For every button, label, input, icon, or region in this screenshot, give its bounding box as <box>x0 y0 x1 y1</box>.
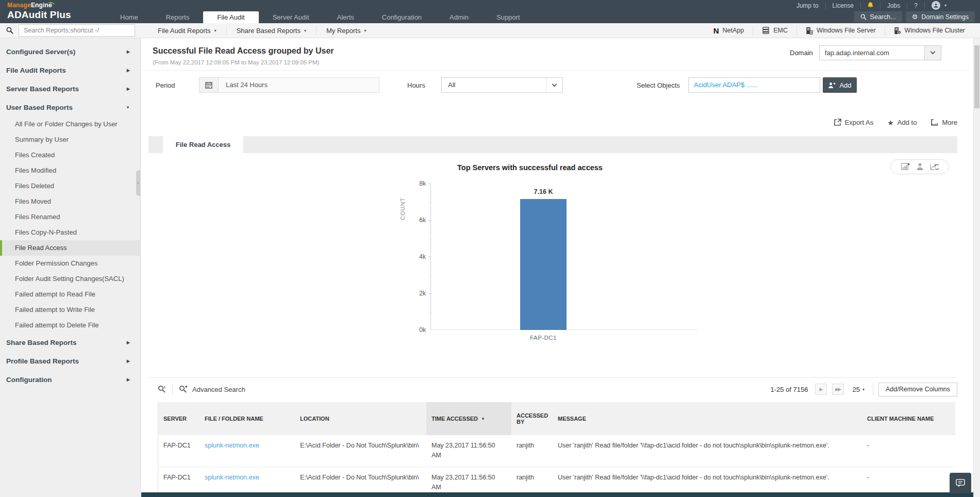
file-link[interactable]: splunk-netmon.exe <box>205 442 259 449</box>
y-axis-label: COUNT <box>399 185 406 233</box>
nav-support[interactable]: Support <box>483 11 534 23</box>
advanced-search-button[interactable]: Advanced Search <box>179 385 245 393</box>
sidebar-item-file-read-access[interactable]: File Read Access <box>0 240 140 256</box>
column-header-accessed-by[interactable]: ACCESSED BY <box>511 402 553 435</box>
license-link[interactable]: License <box>825 2 860 9</box>
last-page-button[interactable]: ▶▶ <box>832 384 844 395</box>
sidebar-collapse-handle[interactable]: ‹ <box>136 170 140 196</box>
sidebar-section-server-based-reports[interactable]: Server Based Reports▶ <box>0 79 140 98</box>
brand-logo[interactable]: ManageEngine ADAudit Plus <box>7 2 71 20</box>
sidebar-item-failed-write[interactable]: Failed attempt to Write File <box>0 302 140 318</box>
add-remove-columns-button[interactable]: Add/Remove Columns <box>878 383 957 396</box>
user-menu[interactable]: ▾ <box>924 2 953 9</box>
sidebar-item-folder-permission-changes[interactable]: Folder Permission Changes <box>0 256 140 271</box>
feedback-chat-button[interactable] <box>950 473 971 493</box>
sidebar-item-files-modified[interactable]: Files Modified <box>0 163 140 178</box>
column-header-location[interactable]: LOCATION <box>295 402 426 435</box>
add-to-button[interactable]: ★ Add to <box>887 119 917 126</box>
nav-server-audit[interactable]: Server Audit <box>259 11 323 23</box>
sort-descending-icon: ▼ <box>481 417 485 421</box>
sidebar-item-files-renamed[interactable]: Files Renamed <box>0 209 140 225</box>
column-header-server[interactable]: SERVER <box>158 402 200 435</box>
search-icon <box>6 27 13 34</box>
domain-selector: Domain fap.adap.internal.com <box>790 45 941 60</box>
sidebar-section-configured-servers[interactable]: Configured Server(s)▶ <box>0 42 140 61</box>
next-icon: ▶ <box>819 387 823 392</box>
sidebar-item-folder-audit-setting-changes[interactable]: Folder Audit Setting Changes(SACL) <box>0 271 140 287</box>
nav-alerts[interactable]: Alerts <box>323 11 368 23</box>
sidebar-item-files-copy-n-pasted[interactable]: Files Copy-N-Pasted <box>0 225 140 240</box>
column-header-time-accessed[interactable]: TIME ACCESSED▼ <box>426 402 511 435</box>
select-objects-input[interactable]: AcidUser ADAP$ ...... <box>688 77 820 93</box>
windows-file-cluster-link[interactable]: Windows File Cluster <box>885 26 974 35</box>
x-category-label: FAP-DC1 <box>520 335 567 341</box>
sidebar-section-profile-based-reports[interactable]: Profile Based Reports▶ <box>0 352 140 370</box>
hours-select[interactable]: All <box>441 77 563 93</box>
report-search-input[interactable] <box>19 24 135 37</box>
sidebar-section-share-based-reports[interactable]: Share Based Reports▶ <box>0 333 140 352</box>
user-icon <box>933 3 939 8</box>
quick-search-button[interactable] <box>158 385 166 393</box>
chart-plot: 8k 6k 4k 2k 0k 7.16 K FAP-DC1 <box>430 184 656 330</box>
notifications-button[interactable] <box>860 2 880 9</box>
file-link[interactable]: splunk-netmon.exe <box>205 474 259 481</box>
sidebar-section-configuration[interactable]: Configuration▶ <box>0 370 140 389</box>
sidebar-item-files-deleted[interactable]: Files Deleted <box>0 178 140 194</box>
emc-link[interactable]: EMC <box>753 26 796 35</box>
domain-dropdown-button[interactable] <box>925 45 941 60</box>
main-nav: Home Reports File Audit Server Audit Ale… <box>106 11 534 23</box>
nav-configuration[interactable]: Configuration <box>368 11 436 23</box>
menu-share-based-reports[interactable]: Share Based Reports▾ <box>227 26 317 35</box>
group-by-user-button[interactable] <box>917 163 923 171</box>
y-tick-label: 8k <box>410 180 426 187</box>
period-value: Last 24 Hours <box>219 78 268 92</box>
nav-reports[interactable]: Reports <box>152 11 204 23</box>
scrollbar-thumb[interactable] <box>974 45 979 108</box>
chart-refresh-button[interactable] <box>930 163 939 171</box>
global-search-button[interactable]: Search... <box>854 11 902 22</box>
next-page-button[interactable]: ▶ <box>815 384 827 395</box>
jobs-link[interactable]: Jobs <box>880 2 907 9</box>
y-tick-minor <box>429 275 431 276</box>
tab-file-read-access[interactable]: File Read Access <box>163 136 243 153</box>
adaudit-plus-app: ManageEngine ADAudit Plus Jump to Licens… <box>0 0 980 497</box>
vertical-scrollbar[interactable] <box>973 38 980 497</box>
sidebar-item-failed-read[interactable]: Failed attempt to Read File <box>0 287 140 302</box>
help-link[interactable]: ? <box>907 2 924 9</box>
chart-type-button[interactable] <box>901 163 910 171</box>
period-field[interactable]: Last 24 Hours <box>199 77 379 93</box>
menu-my-reports[interactable]: My Reports▾ <box>317 26 376 35</box>
nav-home[interactable]: Home <box>106 11 152 23</box>
sidebar-item-files-moved[interactable]: Files Moved <box>0 194 140 209</box>
hours-dropdown-button <box>546 78 562 92</box>
column-header-file-folder-name[interactable]: FILE / FOLDER NAME <box>200 402 295 435</box>
column-header-message[interactable]: MESSAGE <box>553 402 862 435</box>
cell-file-name: splunk-netmon.exe <box>200 435 295 467</box>
add-object-button[interactable]: Add <box>823 77 857 93</box>
netapp-icon: N <box>713 26 719 35</box>
sidebar-item-failed-delete[interactable]: Failed attempt to Delete File <box>0 318 140 333</box>
domain-settings-button[interactable]: ⚙ Domain Settings <box>906 11 975 22</box>
nav-admin[interactable]: Admin <box>436 11 483 23</box>
chevron-down-icon <box>930 49 935 55</box>
netapp-link[interactable]: NNetApp <box>705 26 753 35</box>
windows-file-server-link[interactable]: Windows File Server <box>796 26 885 35</box>
sidebar-item-files-created[interactable]: Files Created <box>0 147 140 163</box>
chart-bar[interactable] <box>520 199 567 330</box>
report-date-range: (From May 22,2017 12:09:05 PM to May 23,… <box>153 59 319 65</box>
page-size-select[interactable]: 25▾ <box>852 386 864 393</box>
more-button[interactable]: More <box>931 119 957 126</box>
export-icon <box>834 119 841 126</box>
sidebar-item-all-file-folder-changes[interactable]: All File or Folder Changes by User <box>0 117 140 132</box>
domain-value[interactable]: fap.adap.internal.com <box>819 45 925 60</box>
export-as-button[interactable]: Export As <box>834 119 874 126</box>
sidebar-item-summary-by-user[interactable]: Summary by User <box>0 132 140 147</box>
sidebar-section-user-based-reports[interactable]: User Based Reports▼ <box>0 98 140 117</box>
nav-file-audit[interactable]: File Audit <box>203 11 258 23</box>
sidebar-section-file-audit-reports[interactable]: File Audit Reports▶ <box>0 61 140 79</box>
calendar-icon <box>200 78 219 92</box>
jump-to-link[interactable]: Jump to <box>790 2 825 9</box>
user-caret-icon: ▾ <box>944 2 946 9</box>
menu-file-audit-reports[interactable]: File Audit Reports▾ <box>148 26 227 35</box>
column-header-client-machine-name[interactable]: CLIENT MACHINE NAME <box>862 402 955 435</box>
